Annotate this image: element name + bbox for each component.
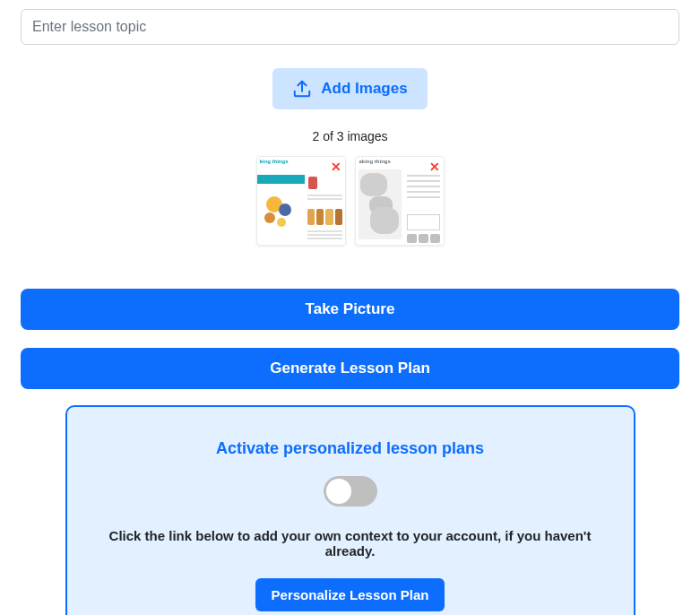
generate-lesson-plan-button[interactable]: Generate Lesson Plan — [21, 348, 679, 389]
image-thumbnail[interactable]: aking things ✕ — [355, 156, 445, 246]
thumbnail-title: king things — [260, 159, 289, 164]
remove-image-icon[interactable]: ✕ — [331, 160, 341, 173]
thumbnail-page-left: king things — [257, 157, 306, 245]
image-thumbnail[interactable]: king things ✕ — [256, 156, 346, 246]
upload-icon — [292, 79, 312, 99]
add-images-label: Add Images — [321, 80, 407, 98]
remove-image-icon[interactable]: ✕ — [429, 160, 440, 173]
personalize-promo-card: Activate personalized lesson plans Click… — [65, 405, 635, 615]
add-images-button[interactable]: Add Images — [272, 68, 427, 109]
add-images-container: Add Images — [21, 68, 679, 109]
thumbnail-title: aking things — [359, 159, 391, 164]
promo-description: Click the link below to add your own con… — [83, 528, 618, 559]
personalize-lesson-plan-button[interactable]: Personalize Lesson Plan — [255, 578, 445, 611]
images-count-text: 2 of 3 images — [21, 129, 679, 143]
lesson-topic-input[interactable] — [21, 9, 679, 45]
personalize-toggle[interactable] — [324, 476, 377, 507]
thumbnail-page-right: ✕ — [305, 157, 344, 245]
toggle-container — [83, 476, 618, 507]
take-picture-button[interactable]: Take Picture — [21, 289, 679, 330]
toggle-knob — [326, 479, 351, 504]
thumbnail-page-left: aking things — [356, 157, 404, 245]
promo-title: Activate personalized lesson plans — [83, 439, 618, 458]
thumbnail-page-right: ✕ — [403, 157, 443, 245]
image-thumbnails: king things ✕ akin — [21, 156, 679, 246]
